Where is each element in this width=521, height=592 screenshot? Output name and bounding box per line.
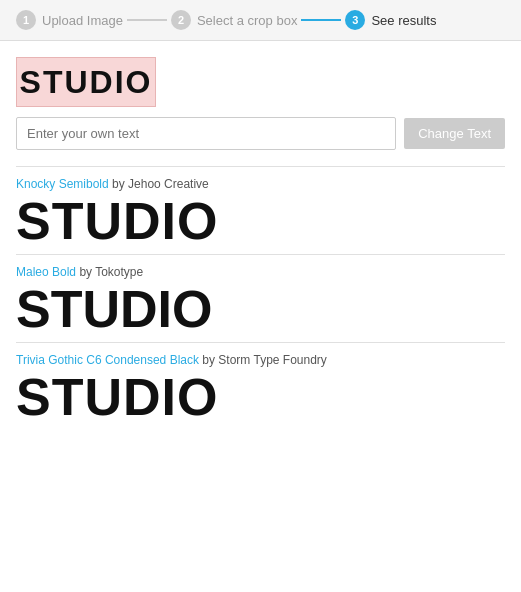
- text-input-row: Change Text: [0, 117, 521, 166]
- font-by-2: by: [202, 353, 218, 367]
- stepper: 1 Upload Image 2 Select a crop box 3 See…: [0, 0, 521, 41]
- font-name-link-0[interactable]: Knocky Semibold: [16, 177, 109, 191]
- preview-area: STUDIO: [0, 41, 521, 117]
- step-3-circle: 3: [345, 10, 365, 30]
- font-name-link-2[interactable]: Trivia Gothic C6 Condensed Black: [16, 353, 199, 367]
- font-foundry-2: Storm Type Foundry: [218, 353, 327, 367]
- step-1-label: Upload Image: [42, 13, 123, 28]
- font-by-1: by: [79, 265, 95, 279]
- step-2-label: Select a crop box: [197, 13, 297, 28]
- font-name-link-1[interactable]: Maleo Bold: [16, 265, 76, 279]
- font-results: Knocky Semibold by Jehoo Creative STUDIO…: [0, 166, 521, 431]
- step-1: 1 Upload Image: [16, 10, 123, 30]
- font-sample-2: STUDIO: [16, 369, 505, 426]
- step-2: 2 Select a crop box: [171, 10, 297, 30]
- step-connector-1: [127, 19, 167, 21]
- font-foundry-0: Jehoo Creative: [128, 177, 209, 191]
- font-meta-2: Trivia Gothic C6 Condensed Black by Stor…: [16, 353, 505, 367]
- step-2-circle: 2: [171, 10, 191, 30]
- font-meta-1: Maleo Bold by Tokotype: [16, 265, 505, 279]
- preview-text: STUDIO: [20, 64, 153, 101]
- font-item-2: Trivia Gothic C6 Condensed Black by Stor…: [16, 342, 505, 430]
- font-by-0: by: [112, 177, 128, 191]
- change-text-button[interactable]: Change Text: [404, 118, 505, 149]
- preview-image-box: STUDIO: [16, 57, 156, 107]
- font-sample-1: STUDIO: [16, 281, 505, 338]
- step-connector-2: [301, 19, 341, 21]
- step-1-circle: 1: [16, 10, 36, 30]
- font-item-0: Knocky Semibold by Jehoo Creative STUDIO: [16, 166, 505, 254]
- font-item-1: Maleo Bold by Tokotype STUDIO: [16, 254, 505, 342]
- font-foundry-1: Tokotype: [95, 265, 143, 279]
- font-sample-0: STUDIO: [16, 193, 505, 250]
- own-text-input[interactable]: [16, 117, 396, 150]
- step-3-label: See results: [371, 13, 436, 28]
- font-meta-0: Knocky Semibold by Jehoo Creative: [16, 177, 505, 191]
- step-3: 3 See results: [345, 10, 436, 30]
